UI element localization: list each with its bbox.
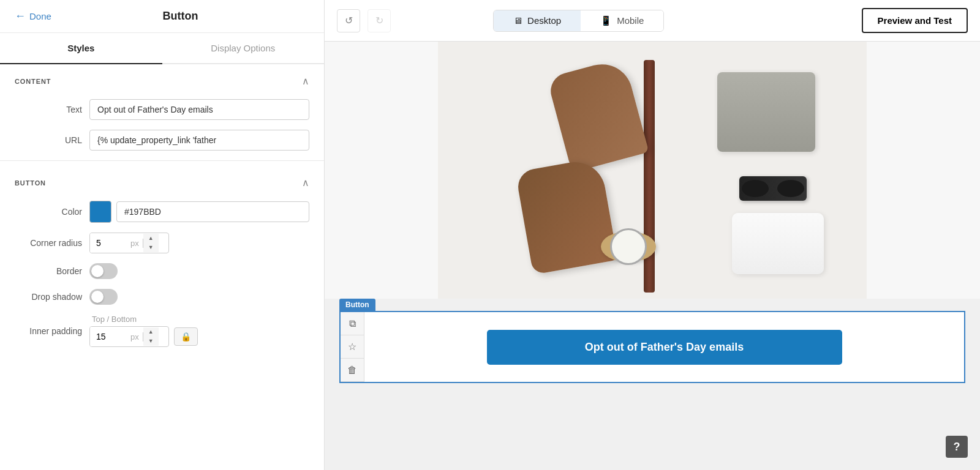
side-toolbar: ⧉ ☆ 🗑 <box>341 312 364 382</box>
button-section-title: BUTTON <box>15 179 46 187</box>
color-swatch[interactable] <box>89 201 111 223</box>
border-row: Border <box>0 258 324 284</box>
content-section-toggle[interactable]: ∧ <box>302 75 309 87</box>
help-button[interactable]: ? <box>946 436 968 458</box>
corner-radius-decrement[interactable]: ▼ <box>143 243 159 252</box>
color-picker-row <box>89 201 309 223</box>
sunglasses-shape <box>739 176 807 201</box>
delete-button[interactable]: 🗑 <box>341 359 364 382</box>
inner-padding-increment[interactable]: ▲ <box>143 327 159 337</box>
star-icon: ☆ <box>348 341 356 352</box>
duplicate-button[interactable]: ⧉ <box>341 312 364 335</box>
drop-shadow-row: Drop shadow <box>0 284 324 310</box>
corner-radius-label: Corner radius <box>15 238 82 248</box>
watch-face <box>610 228 647 265</box>
url-label: URL <box>15 135 82 145</box>
delete-icon: 🗑 <box>347 365 357 376</box>
button-section-header: BUTTON ∧ <box>0 166 324 196</box>
border-toggle[interactable] <box>89 263 118 279</box>
email-cta-button[interactable]: Opt out of Father's Day emails <box>487 330 842 365</box>
tab-styles[interactable]: Styles <box>0 33 162 63</box>
button-section-toggle[interactable]: ∧ <box>302 177 309 188</box>
padding-lock-button[interactable]: 🔒 <box>174 327 198 346</box>
boot1-shape <box>547 58 649 173</box>
redo-icon: ↻ <box>375 15 383 26</box>
inner-padding-input[interactable] <box>90 327 127 346</box>
corner-radius-row: Corner radius px ▲ ▼ <box>0 228 324 258</box>
undo-icon: ↺ <box>345 15 353 26</box>
button-block-area: Button ⧉ ☆ 🗑 Opt out of Father's Day ema… <box>325 299 980 383</box>
sunglass-right <box>777 180 804 197</box>
shirt-shape <box>732 213 824 274</box>
product-image-area <box>325 42 980 299</box>
sunglass-left <box>742 180 769 197</box>
content-section-header: CONTENT ∧ <box>0 64 324 94</box>
email-button-container: Opt out of Father's Day emails <box>364 312 964 382</box>
corner-radius-stepper: px ▲ ▼ <box>89 233 169 253</box>
canvas-area: Button ⧉ ☆ 🗑 Opt out of Father's Day ema… <box>325 42 980 470</box>
drop-shadow-label: Drop shadow <box>15 292 82 302</box>
panel-header: ← Done Button <box>0 0 324 33</box>
color-hex-input[interactable] <box>116 201 309 222</box>
done-label: Done <box>29 11 51 21</box>
tab-display-options[interactable]: Display Options <box>162 33 325 63</box>
border-label: Border <box>15 266 82 276</box>
content-section-title: CONTENT <box>15 78 51 85</box>
help-icon: ? <box>954 441 960 453</box>
inner-padding-label: Inner padding <box>15 326 82 336</box>
left-panel: ← Done Button Styles Display Options CON… <box>0 0 325 470</box>
inner-padding-decrement[interactable]: ▼ <box>143 337 159 346</box>
drop-shadow-toggle[interactable] <box>89 289 118 305</box>
right-panel: ↺ ↻ 🖥 Desktop 📱 Mobile Preview and Test <box>325 0 980 470</box>
inner-padding-row: Inner padding Top / Bottom px ▲ ▼ 🔒 <box>0 310 324 352</box>
redo-button[interactable]: ↻ <box>368 9 391 32</box>
mobile-button[interactable]: 📱 Mobile <box>581 10 663 31</box>
corner-radius-unit: px <box>127 239 143 248</box>
top-bar: ↺ ↻ 🖥 Desktop 📱 Mobile Preview and Test <box>325 0 980 42</box>
corner-radius-stepper-btns: ▲ ▼ <box>143 234 159 252</box>
mobile-icon: 📱 <box>600 15 612 26</box>
done-button[interactable]: ← Done <box>15 10 51 23</box>
product-flatlay <box>438 42 867 299</box>
color-label: Color <box>15 207 82 217</box>
padding-sublabel: Top / Bottom <box>92 315 198 324</box>
tabs-row: Styles Display Options <box>0 33 324 64</box>
url-input[interactable] <box>89 130 309 151</box>
undo-button[interactable]: ↺ <box>337 9 360 32</box>
inner-padding-stepper-btns: ▲ ▼ <box>143 327 159 346</box>
pants-shape <box>717 72 815 152</box>
content-button-divider <box>0 160 324 161</box>
preview-test-button[interactable]: Preview and Test <box>862 8 968 33</box>
inner-padding-unit: px <box>127 332 143 341</box>
desktop-icon: 🖥 <box>513 15 522 26</box>
button-row-wrap: ⧉ ☆ 🗑 Opt out of Father's Day emails <box>339 311 965 383</box>
mobile-label: Mobile <box>617 15 644 26</box>
desktop-label: Desktop <box>527 15 561 26</box>
url-field-row: URL <box>0 125 324 155</box>
desktop-button[interactable]: 🖥 Desktop <box>494 10 581 31</box>
boot2-shape <box>515 157 617 275</box>
watch-shape <box>601 231 656 262</box>
device-toggle: 🖥 Desktop 📱 Mobile <box>493 10 664 32</box>
text-field-row: Text <box>0 94 324 125</box>
panel-content: CONTENT ∧ Text URL BUTTON ∧ Color Co <box>0 64 324 470</box>
color-field-row: Color <box>0 196 324 228</box>
button-badge: Button <box>339 299 375 311</box>
corner-radius-input[interactable] <box>90 233 127 253</box>
corner-radius-increment[interactable]: ▲ <box>143 234 159 243</box>
inner-padding-stepper: px ▲ ▼ <box>89 326 169 347</box>
text-input[interactable] <box>89 99 309 120</box>
text-label: Text <box>15 105 82 114</box>
duplicate-icon: ⧉ <box>349 318 356 329</box>
favorite-button[interactable]: ☆ <box>341 335 364 359</box>
back-arrow-icon: ← <box>15 10 26 23</box>
panel-title: Button <box>51 10 309 23</box>
